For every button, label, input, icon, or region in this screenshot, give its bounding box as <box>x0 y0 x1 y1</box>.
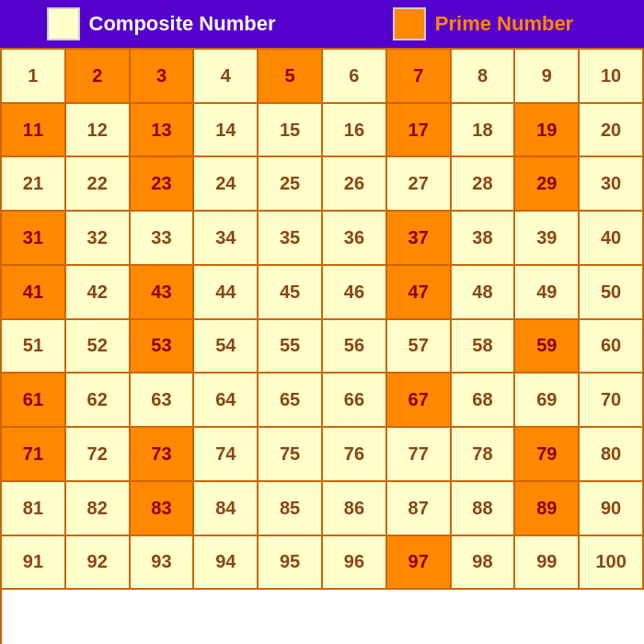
number-cell-90: 90 <box>580 482 644 536</box>
number-cell-80: 80 <box>580 428 644 482</box>
number-cell-89: 89 <box>515 482 580 536</box>
number-cell-9: 9 <box>515 50 580 104</box>
number-cell-30: 30 <box>580 157 644 212</box>
number-cell-5: 5 <box>259 50 323 104</box>
number-cell-8: 8 <box>452 50 516 104</box>
number-cell-53: 53 <box>131 320 195 374</box>
number-cell-52: 52 <box>66 320 131 374</box>
number-cell-62: 62 <box>66 374 131 428</box>
number-cell-41: 41 <box>2 266 66 320</box>
number-cell-38: 38 <box>452 212 516 266</box>
number-cell-67: 67 <box>387 374 452 428</box>
number-cell-66: 66 <box>323 374 387 428</box>
number-cell-50: 50 <box>580 266 644 320</box>
number-cell-16: 16 <box>323 104 387 158</box>
number-cell-74: 74 <box>194 428 259 482</box>
number-cell-28: 28 <box>452 157 516 212</box>
number-cell-46: 46 <box>323 266 387 320</box>
number-cell-12: 12 <box>66 104 131 158</box>
number-cell-72: 72 <box>66 428 131 482</box>
number-cell-51: 51 <box>2 320 66 374</box>
number-cell-7: 7 <box>387 50 452 104</box>
number-cell-68: 68 <box>452 374 516 428</box>
number-cell-36: 36 <box>323 212 387 266</box>
number-cell-69: 69 <box>515 374 580 428</box>
number-cell-88: 88 <box>452 482 516 536</box>
number-cell-39: 39 <box>515 212 580 266</box>
number-cell-63: 63 <box>131 374 195 428</box>
number-cell-83: 83 <box>131 482 195 536</box>
number-cell-47: 47 <box>387 266 452 320</box>
number-cell-4: 4 <box>194 50 259 104</box>
number-cell-54: 54 <box>194 320 259 374</box>
number-cell-94: 94 <box>194 536 259 591</box>
number-cell-34: 34 <box>194 212 259 266</box>
number-cell-96: 96 <box>323 536 387 591</box>
number-cell-75: 75 <box>259 428 323 482</box>
app: Composite Number Prime Number 1234567891… <box>0 0 644 644</box>
number-cell-82: 82 <box>66 482 131 536</box>
composite-legend-label: Composite Number <box>89 12 276 36</box>
number-cell-95: 95 <box>259 536 323 591</box>
number-cell-86: 86 <box>323 482 387 536</box>
number-cell-18: 18 <box>452 104 516 158</box>
number-cell-85: 85 <box>259 482 323 536</box>
number-cell-64: 64 <box>194 374 259 428</box>
number-cell-1: 1 <box>2 50 66 104</box>
number-cell-22: 22 <box>66 157 131 212</box>
number-cell-97: 97 <box>387 536 452 591</box>
number-cell-33: 33 <box>131 212 195 266</box>
number-cell-19: 19 <box>515 104 580 158</box>
number-cell-73: 73 <box>131 428 195 482</box>
composite-legend: Composite Number <box>0 7 322 40</box>
number-cell-49: 49 <box>515 266 580 320</box>
number-cell-84: 84 <box>194 482 259 536</box>
number-cell-2: 2 <box>66 50 131 104</box>
number-cell-40: 40 <box>580 212 644 266</box>
number-cell-79: 79 <box>515 428 580 482</box>
number-cell-100: 100 <box>580 536 644 591</box>
number-cell-76: 76 <box>323 428 387 482</box>
number-cell-11: 11 <box>2 104 66 158</box>
number-cell-31: 31 <box>2 212 66 266</box>
number-cell-56: 56 <box>323 320 387 374</box>
number-cell-25: 25 <box>259 157 323 212</box>
number-cell-21: 21 <box>2 157 66 212</box>
number-cell-32: 32 <box>66 212 131 266</box>
prime-legend-label: Prime Number <box>435 12 573 36</box>
number-cell-93: 93 <box>131 536 195 591</box>
number-cell-70: 70 <box>580 374 644 428</box>
number-cell-29: 29 <box>515 157 580 212</box>
number-cell-91: 91 <box>2 536 66 591</box>
number-cell-59: 59 <box>515 320 580 374</box>
legend: Composite Number Prime Number <box>0 0 644 48</box>
number-grid: 1234567891011121314151617181920212223242… <box>0 48 644 644</box>
number-cell-27: 27 <box>387 157 452 212</box>
number-cell-81: 81 <box>2 482 66 536</box>
number-cell-23: 23 <box>131 157 195 212</box>
number-cell-77: 77 <box>387 428 452 482</box>
number-cell-42: 42 <box>66 266 131 320</box>
number-cell-35: 35 <box>259 212 323 266</box>
number-cell-78: 78 <box>452 428 516 482</box>
number-cell-57: 57 <box>387 320 452 374</box>
number-cell-99: 99 <box>515 536 580 591</box>
number-cell-10: 10 <box>580 50 644 104</box>
number-cell-60: 60 <box>580 320 644 374</box>
number-cell-98: 98 <box>452 536 516 591</box>
number-cell-26: 26 <box>323 157 387 212</box>
number-cell-17: 17 <box>387 104 452 158</box>
number-cell-6: 6 <box>323 50 387 104</box>
prime-swatch <box>393 7 426 40</box>
number-cell-48: 48 <box>452 266 516 320</box>
composite-swatch <box>47 7 80 40</box>
number-cell-58: 58 <box>452 320 516 374</box>
number-cell-20: 20 <box>580 104 644 158</box>
number-cell-14: 14 <box>194 104 259 158</box>
number-cell-13: 13 <box>131 104 195 158</box>
number-cell-43: 43 <box>131 266 195 320</box>
number-cell-65: 65 <box>259 374 323 428</box>
number-cell-15: 15 <box>259 104 323 158</box>
number-cell-71: 71 <box>2 428 66 482</box>
number-cell-61: 61 <box>2 374 66 428</box>
